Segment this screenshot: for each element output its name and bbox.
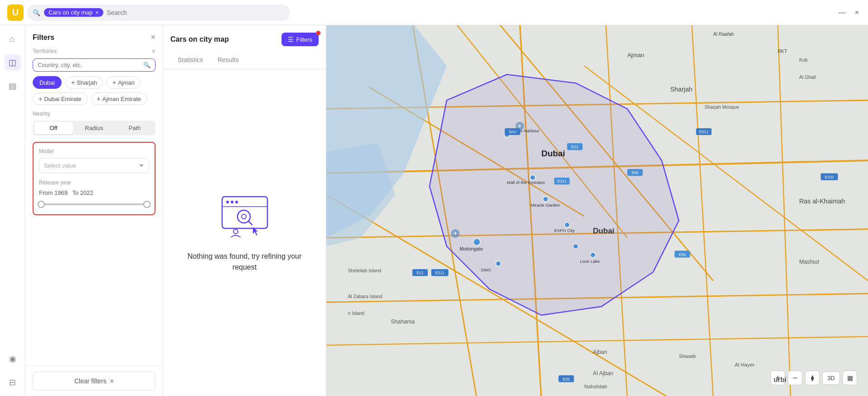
svg-text:E311: E311: [558, 179, 567, 184]
svg-text:Sharjah: Sharjah: [670, 86, 693, 93]
map-3d-button[interactable]: 3D: [822, 372, 840, 385]
empty-state: Nothing was found, try refining your req…: [163, 69, 326, 396]
svg-text:Shahama: Shahama: [391, 319, 415, 325]
filters-toggle-button[interactable]: ☰ Filters: [281, 33, 319, 46]
minimize-button[interactable]: —: [837, 7, 848, 19]
svg-text:E20: E20: [563, 377, 570, 382]
svg-point-3: [235, 201, 238, 203]
search-input[interactable]: [107, 9, 285, 16]
svg-text:Motiongate: Motiongate: [460, 246, 483, 251]
territory-tag-dubai[interactable]: Dubai: [33, 76, 62, 89]
icon-sidebar: ⌂ ◫ ▤ ◉ ⊟: [0, 25, 25, 396]
svg-text:✈: ✈: [518, 123, 522, 129]
range-thumb-left[interactable]: [38, 201, 45, 208]
filters-toggle-icon: ☰: [288, 36, 294, 43]
close-button[interactable]: ×: [853, 7, 861, 19]
svg-point-40: [543, 197, 548, 202]
tab-results[interactable]: Results: [210, 52, 246, 69]
svg-text:E11: E11: [417, 270, 423, 275]
svg-point-42: [564, 222, 569, 227]
sidebar-item-user[interactable]: ◉: [5, 351, 21, 367]
range-thumb-right[interactable]: [143, 201, 150, 208]
svg-point-47: [496, 261, 501, 266]
territory-search-icon: 🔍: [143, 62, 150, 68]
svg-text:Al Zabara Island: Al Zabara Island: [348, 294, 382, 299]
nearby-tab-radius[interactable]: Radius: [75, 122, 114, 134]
svg-text:Al Ghail: Al Ghail: [799, 75, 815, 80]
map-area[interactable]: Dubai E11 E311 E66 E66 Creek Harbour Mal…: [326, 25, 868, 396]
svg-text:Dubai: Dubai: [541, 149, 565, 158]
model-select[interactable]: Select value: [39, 158, 149, 173]
svg-text:Ajman: Ajman: [627, 52, 645, 58]
svg-text:Shwaib: Shwaib: [679, 353, 696, 359]
tab-statistics[interactable]: Statistics: [170, 52, 210, 69]
highlighted-filters-box: Model Select value Release year From 196…: [33, 142, 155, 215]
svg-text:Sharjah Mosque: Sharjah Mosque: [705, 105, 739, 110]
svg-text:Ras al-Khaimah: Ras al-Khaimah: [799, 198, 845, 205]
empty-illustration: [218, 193, 272, 240]
svg-text:E11: E11: [572, 145, 578, 149]
svg-text:E311: E311: [435, 270, 444, 275]
nearby-tab-off[interactable]: Off: [34, 122, 73, 134]
svg-text:Miracle Garden: Miracle Garden: [530, 203, 560, 208]
compass-button[interactable]: ⧫: [805, 371, 820, 385]
svg-text:Ajban: Ajban: [593, 349, 607, 355]
clear-filters-icon: ×: [110, 377, 114, 385]
svg-text:EXPO City: EXPO City: [554, 228, 575, 233]
territory-tag-dubai-emirate[interactable]: + Dubai Emirate: [33, 92, 87, 105]
nearby-tabs: Off Radius Path: [33, 121, 155, 135]
empty-state-text: Nothing was found, try refining your req…: [178, 251, 311, 273]
svg-text:Al Hayer: Al Hayer: [735, 362, 755, 367]
territories-clear-icon[interactable]: ×: [152, 48, 155, 55]
svg-text:E611: E611: [699, 130, 708, 134]
svg-text:Kub: Kub: [799, 58, 808, 63]
filters-toggle-label: Filters: [296, 36, 312, 43]
app-logo: U: [7, 5, 24, 21]
svg-point-8: [233, 229, 238, 234]
search-tag-close-icon[interactable]: ×: [96, 10, 99, 16]
territory-search-box: 🔍: [33, 58, 155, 72]
search-tag-label: Cars on city map: [48, 9, 93, 16]
territory-tag-ajman-emirate[interactable]: + Ajman Emirate: [91, 92, 147, 105]
zoom-out-button[interactable]: −: [788, 371, 802, 385]
territory-search-input[interactable]: [38, 62, 140, 68]
sidebar-item-layers[interactable]: ◫: [5, 54, 21, 71]
svg-text:E102: E102: [825, 175, 834, 179]
sidebar-item-reports[interactable]: ▤: [5, 78, 21, 94]
search-tag[interactable]: Cars on city map ×: [44, 8, 103, 17]
filters-panel-close-button[interactable]: ×: [150, 33, 155, 42]
svg-text:✈: ✈: [453, 231, 457, 236]
filters-panel: Filters × Territories × 🔍 Dubai + Sharja…: [25, 25, 163, 396]
clear-filters-button[interactable]: Clear filters ×: [33, 372, 155, 391]
svg-text:RKT: RKT: [778, 49, 787, 54]
svg-text:n Island: n Island: [348, 311, 364, 316]
svg-point-49: [590, 252, 595, 257]
svg-line-7: [248, 221, 252, 225]
svg-text:E66: E66: [679, 252, 686, 257]
svg-point-38: [530, 175, 535, 180]
svg-text:DWC: DWC: [481, 267, 491, 272]
svg-rect-0: [222, 197, 267, 228]
map-branding: urbi: [774, 376, 786, 383]
nearby-tab-path[interactable]: Path: [115, 122, 154, 134]
search-bar: 🔍 Cars on city map ×: [27, 5, 290, 21]
svg-point-6: [242, 214, 246, 219]
nearby-label: Nearby: [33, 111, 155, 117]
svg-text:Masfout: Masfout: [799, 259, 819, 265]
clear-filters-label: Clear filters: [74, 377, 107, 385]
svg-point-1: [226, 201, 229, 203]
content-tabs: Statistics Results: [163, 52, 326, 69]
sidebar-item-home[interactable]: ⌂: [5, 31, 21, 47]
territory-tag-sharjah[interactable]: + Sharjah: [65, 76, 103, 89]
svg-point-2: [231, 201, 233, 203]
release-year-slider[interactable]: [39, 200, 149, 209]
svg-point-45: [473, 239, 480, 246]
filters-badge: [316, 31, 320, 35]
svg-text:Al Raafah: Al Raafah: [713, 32, 734, 37]
svg-text:SHJ: SHJ: [509, 130, 516, 134]
map-layers-button[interactable]: ▦: [843, 371, 857, 385]
territory-tag-ajman[interactable]: + Ajman: [107, 76, 141, 89]
svg-text:Love Lake: Love Lake: [580, 259, 600, 264]
svg-text:Dubai: Dubai: [593, 227, 614, 235]
sidebar-item-library[interactable]: ⊟: [5, 374, 21, 391]
